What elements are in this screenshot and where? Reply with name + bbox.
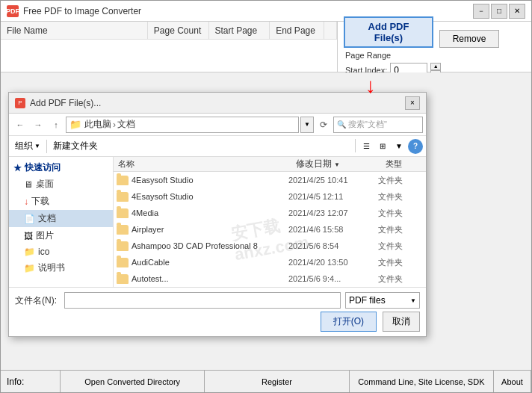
file-date-2: 2021/4/23 12:07 bbox=[288, 208, 378, 217]
register-button[interactable]: Register bbox=[205, 371, 349, 392]
pictures-icon: 🖼 bbox=[24, 231, 33, 241]
col-pagecount: Page Count bbox=[148, 22, 209, 39]
file-date-4: 2021/5/6 8:54 bbox=[288, 241, 378, 250]
organize-label: 组织 bbox=[15, 140, 33, 152]
folder-icon-2 bbox=[117, 208, 129, 218]
main-window: PDF Free PDF to Image Converter － □ ✕ Fi… bbox=[0, 0, 532, 393]
view-dropdown-button[interactable]: ▼ bbox=[392, 139, 406, 154]
file-type-2: 文件夹 bbox=[378, 208, 423, 219]
dialog-filelist: 名称 修改日期 ▼ 类型 安下载anxz.com 4Easy bbox=[114, 157, 426, 287]
table-header: File Name Page Count Start Page End Page bbox=[1, 22, 337, 40]
filetype-label: PDF files bbox=[349, 295, 386, 306]
folder-icon-3 bbox=[117, 225, 129, 235]
quick-access-section: ★ 快速访问 🖥 桌面 ↓ 下载 📄 文档 bbox=[9, 160, 113, 276]
file-date-5: 2021/4/20 13:50 bbox=[288, 258, 378, 267]
dialog-close-button[interactable]: × bbox=[405, 96, 420, 110]
file-date-0: 2021/4/25 10:41 bbox=[288, 176, 378, 185]
col-name[interactable]: 名称 bbox=[114, 158, 291, 170]
file-dialog: P Add PDF File(s)... × ← → ↑ 📁 此电脑 › 文档 … bbox=[8, 92, 427, 337]
file-row-2[interactable]: 4Media 2021/4/23 12:07 文件夹 bbox=[114, 205, 426, 221]
filename-label: 文件名(N): bbox=[15, 294, 60, 307]
manual-folder-icon: 📁 bbox=[24, 263, 35, 273]
sidebar-item-desktop[interactable]: 🖥 桌面 bbox=[9, 176, 113, 193]
file-name-1: 4Esaysoft Studio bbox=[132, 192, 288, 201]
new-folder-button[interactable]: 新建文件夹 bbox=[50, 138, 101, 154]
file-name-2: 4Media bbox=[132, 208, 288, 217]
about-button[interactable]: About bbox=[494, 371, 531, 392]
view-details-button[interactable]: ⊞ bbox=[375, 139, 390, 154]
filelist-header: 名称 修改日期 ▼ 类型 bbox=[114, 157, 426, 172]
cmdline-button[interactable]: Command Line, Site License, SDK bbox=[350, 371, 494, 392]
filename-row: 文件名(N): PDF files ▼ bbox=[15, 292, 420, 309]
file-type-3: 文件夹 bbox=[378, 224, 423, 235]
file-date-6: 2021/5/6 9:4... bbox=[288, 274, 378, 283]
desktop-icon: 🖥 bbox=[24, 179, 33, 190]
search-placeholder: 搜索"文档" bbox=[348, 119, 387, 130]
folder-icon: 📁 bbox=[24, 247, 35, 257]
quick-access-header: ★ 快速访问 bbox=[9, 160, 113, 176]
folder-icon-6 bbox=[117, 274, 129, 284]
file-row-5[interactable]: AudiCable 2021/4/20 13:50 文件夹 bbox=[114, 254, 426, 270]
view-buttons: ☰ ⊞ ▼ ? bbox=[355, 139, 423, 154]
file-date-3: 2021/4/6 15:58 bbox=[288, 225, 378, 234]
status-bar: Info: Open Converted Directory Register … bbox=[1, 370, 531, 392]
app-icon: PDF bbox=[7, 5, 19, 17]
close-button[interactable]: ✕ bbox=[509, 4, 525, 19]
folder-icon-5 bbox=[117, 258, 129, 267]
path-folder: 文档 bbox=[117, 118, 135, 131]
file-date-1: 2021/4/5 12:11 bbox=[288, 192, 378, 201]
folder-icon-4 bbox=[117, 241, 129, 251]
path-separator: › bbox=[113, 120, 116, 130]
file-type-0: 文件夹 bbox=[378, 175, 423, 186]
file-type-6: 文件夹 bbox=[378, 273, 423, 285]
cancel-button[interactable]: 取消 bbox=[383, 312, 420, 332]
file-row-3[interactable]: Airplayer 2021/4/6 15:58 文件夹 bbox=[114, 221, 426, 238]
open-button[interactable]: 打开(O) bbox=[321, 312, 377, 332]
folder-icon-0 bbox=[117, 176, 129, 185]
filetype-combo[interactable]: PDF files ▼ bbox=[345, 292, 420, 309]
help-button[interactable]: ? bbox=[408, 139, 423, 154]
nav-path[interactable]: 📁 此电脑 › 文档 bbox=[66, 117, 299, 133]
file-name-6: Autotest... bbox=[132, 274, 288, 283]
footer-buttons: 打开(O) 取消 bbox=[15, 312, 420, 332]
organize-button[interactable]: 组织 ▼ bbox=[12, 138, 43, 154]
file-name-0: 4Easysoft Studio bbox=[132, 176, 288, 185]
col-type[interactable]: 类型 bbox=[381, 158, 426, 170]
dialog-body: ★ 快速访问 🖥 桌面 ↓ 下载 📄 文档 bbox=[9, 157, 426, 287]
view-list-button[interactable]: ☰ bbox=[359, 139, 374, 154]
nav-forward-button[interactable]: → bbox=[30, 117, 46, 133]
sidebar-item-manual[interactable]: 📁 说明书 bbox=[9, 259, 113, 276]
search-icon: 🔍 bbox=[337, 120, 346, 129]
quick-access-label: 快速访问 bbox=[25, 161, 61, 174]
remove-button[interactable]: Remove bbox=[439, 30, 499, 48]
page-range-label: Page Range bbox=[345, 51, 391, 60]
file-row-0[interactable]: 4Easysoft Studio 2021/4/25 10:41 文件夹 bbox=[114, 172, 426, 188]
file-type-1: 文件夹 bbox=[378, 191, 423, 202]
search-box[interactable]: 🔍 搜索"文档" bbox=[333, 117, 423, 133]
file-name-3: Airplayer bbox=[132, 225, 288, 234]
sort-icon: ▼ bbox=[334, 161, 340, 168]
dialog-footer: 文件名(N): PDF files ▼ 打开(O) 取消 bbox=[9, 287, 426, 336]
path-root: 此电脑 bbox=[84, 118, 111, 131]
open-dir-button[interactable]: Open Converted Directory bbox=[61, 371, 205, 392]
sidebar-item-downloads[interactable]: ↓ 下载 bbox=[9, 193, 113, 210]
spin-up-button[interactable]: ▲ bbox=[430, 63, 441, 70]
nav-back-button[interactable]: ← bbox=[12, 117, 28, 133]
filename-input[interactable] bbox=[64, 292, 341, 309]
sidebar-item-documents[interactable]: 📄 文档 bbox=[9, 210, 113, 227]
sidebar-item-pictures[interactable]: 🖼 图片 bbox=[9, 227, 113, 244]
refresh-button[interactable]: ⟳ bbox=[315, 117, 332, 133]
file-row-4[interactable]: Ashampoo 3D CAD Professional 8 2021/5/6 … bbox=[114, 238, 426, 254]
add-pdf-button[interactable]: Add PDF File(s) bbox=[344, 16, 433, 48]
dialog-title-bar: P Add PDF File(s)... × bbox=[9, 93, 426, 114]
file-row-6[interactable]: Autotest... 2021/5/6 9:4... 文件夹 bbox=[114, 270, 426, 287]
path-dropdown-button[interactable]: ▼ bbox=[300, 117, 314, 133]
nav-up-button[interactable]: ↑ bbox=[48, 117, 64, 133]
folder-icon: 📁 bbox=[69, 119, 81, 130]
folder-icon-1 bbox=[117, 192, 129, 202]
sidebar-item-ico[interactable]: 📁 ico bbox=[9, 244, 113, 259]
star-icon: ★ bbox=[13, 163, 22, 173]
file-row-1[interactable]: 4Esaysoft Studio 2021/4/5 12:11 文件夹 bbox=[114, 188, 426, 205]
documents-icon: 📄 bbox=[24, 214, 35, 224]
col-date[interactable]: 修改日期 ▼ bbox=[291, 158, 381, 170]
